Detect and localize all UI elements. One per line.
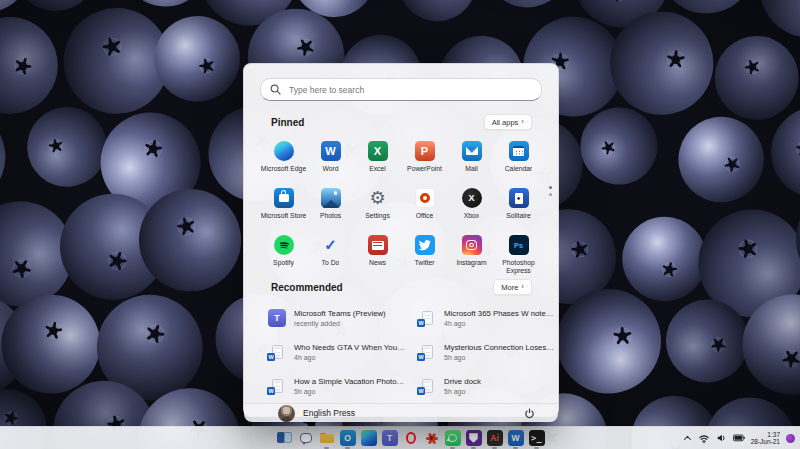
wdoc-icon: W (268, 377, 286, 395)
battery-icon[interactable] (733, 434, 745, 442)
taskbar-item-opera[interactable] (400, 427, 421, 449)
taskbar-item-flower[interactable] (421, 427, 442, 449)
pinned-app[interactable]: Ps Photoshop Express (495, 229, 542, 275)
chat-icon (298, 430, 314, 446)
pinned-app[interactable]: X Xbox (448, 182, 495, 228)
running-indicator (534, 447, 539, 449)
taskbar-item-task-view[interactable] (274, 427, 295, 449)
running-indicator (471, 447, 476, 449)
power-button[interactable] (520, 404, 538, 422)
pinned-app[interactable]: Mail (448, 135, 495, 181)
hidden-icons-chevron[interactable] (683, 434, 692, 442)
solitaire-icon: ♠ (509, 188, 529, 208)
app-label: Mail (465, 165, 477, 173)
search-box[interactable] (260, 78, 542, 101)
pinned-app[interactable]: Photos (307, 182, 354, 228)
pinned-app[interactable]: Microsoft Store (260, 182, 307, 228)
pinned-app[interactable]: Calendar (495, 135, 542, 181)
wifi-icon[interactable] (698, 433, 710, 444)
more-button[interactable]: More › (493, 279, 532, 295)
pinned-app[interactable]: Microsoft Edge (260, 135, 307, 181)
start-icon (256, 430, 272, 446)
pinned-app[interactable]: X Excel (354, 135, 401, 181)
pinned-app[interactable]: W Word (307, 135, 354, 181)
taskbar-item-outlook[interactable]: O (337, 427, 358, 449)
app-label: To Do (322, 259, 340, 267)
pinned-app[interactable]: Office (401, 182, 448, 228)
whatsapp-icon (445, 430, 461, 446)
pinned-app[interactable]: Twitter (401, 229, 448, 275)
xbox-icon: X (462, 188, 482, 208)
taskbar-item-start[interactable] (253, 427, 274, 449)
system-tray: 1:37 28-Jun-21 (683, 427, 795, 449)
recommended-item[interactable]: T Microsoft Teams (Preview) recently add… (262, 301, 412, 335)
outlook-icon: O (340, 430, 356, 446)
recommended-item[interactable]: W Mysterious Connection Loses Hid... 5h … (412, 335, 562, 369)
power-icon (524, 408, 535, 419)
volume-icon[interactable] (716, 433, 727, 443)
taskbar-item-teams[interactable]: T (379, 427, 400, 449)
recommended-item-title: Microsoft Teams (Preview) (294, 309, 386, 318)
recommended-item-subtitle: 5h ago (444, 388, 481, 395)
running-indicator (513, 447, 518, 449)
taskbar-item-file-explorer[interactable] (316, 427, 337, 449)
all-apps-button[interactable]: All apps › (484, 114, 532, 130)
app-label: PowerPoint (407, 165, 442, 173)
recommended-grid: T Microsoft Teams (Preview) recently add… (244, 295, 558, 403)
start-menu-footer: English Press (244, 403, 558, 422)
taskbar-item-shield[interactable] (463, 427, 484, 449)
flower-icon (424, 430, 440, 446)
running-indicator (492, 447, 497, 449)
app-label: Excel (369, 165, 386, 173)
pinned-app[interactable]: ♠ Solitaire (495, 182, 542, 228)
recommended-item[interactable]: W Drive dock 5h ago (412, 369, 562, 403)
opera-icon (403, 430, 419, 446)
recommended-item[interactable]: W Microsoft 365 Phases W notes Th... 4h … (412, 301, 562, 335)
pinned-app[interactable]: ⚙ Settings (354, 182, 401, 228)
app-label: Xbox (464, 212, 480, 220)
recommended-item[interactable]: W How a Simple Vacation Photo Got... 5h … (262, 369, 412, 403)
adobe-icon: Ai (487, 430, 503, 446)
chevron-right-icon: › (521, 283, 524, 291)
pinned-app[interactable]: P PowerPoint (401, 135, 448, 181)
edge-icon (361, 430, 377, 446)
pinned-page-dots (549, 186, 552, 196)
pinned-app[interactable]: Instagram (448, 229, 495, 275)
search-input[interactable] (287, 84, 532, 96)
app-label: Calendar (505, 165, 533, 173)
page-dot[interactable] (549, 186, 552, 189)
pinned-app[interactable]: Spotify (260, 229, 307, 275)
pinned-title: Pinned (271, 117, 304, 128)
pinned-apps-grid: Microsoft Edge W Word X Excel P PowerPoi… (244, 130, 558, 275)
page-dot[interactable] (549, 193, 552, 196)
settings-icon: ⚙ (368, 188, 388, 208)
recommended-item-title: How a Simple Vacation Photo Got... (294, 377, 406, 386)
running-indicator (324, 447, 329, 449)
wdoc-icon: W (418, 343, 436, 361)
running-indicator (345, 447, 350, 449)
taskbar-item-adobe[interactable]: Ai (484, 427, 505, 449)
notification-badge[interactable] (786, 434, 795, 443)
recommended-item-subtitle: 5h ago (294, 388, 406, 395)
calendar-icon (509, 141, 529, 161)
teams-icon: T (382, 430, 398, 446)
pinned-app[interactable]: News (354, 229, 401, 275)
more-label: More (501, 283, 518, 292)
pinned-app[interactable]: ✓ To Do (307, 229, 354, 275)
app-label: Photos (320, 212, 341, 220)
todo-icon: ✓ (321, 235, 341, 255)
start-menu: Pinned All apps › Microsoft Edge W Word … (243, 63, 559, 417)
taskbar-item-terminal[interactable]: >_ (526, 427, 547, 449)
taskbar-item-chat[interactable] (295, 427, 316, 449)
app-label: News (369, 259, 386, 267)
taskbar-item-edge[interactable] (358, 427, 379, 449)
recommended-item-subtitle: 4h ago (444, 320, 556, 327)
taskbar-item-whatsapp[interactable] (442, 427, 463, 449)
user-profile-button[interactable]: English Press (278, 405, 355, 422)
recommended-item[interactable]: W Who Needs GTA V When You Can A... 4h a… (262, 335, 412, 369)
app-label: Photoshop Express (496, 259, 542, 275)
chevron-right-icon: › (521, 118, 524, 126)
app-label: Microsoft Edge (261, 165, 306, 173)
taskbar-item-word-tb[interactable]: W (505, 427, 526, 449)
taskbar-clock[interactable]: 1:37 28-Jun-21 (751, 431, 780, 445)
